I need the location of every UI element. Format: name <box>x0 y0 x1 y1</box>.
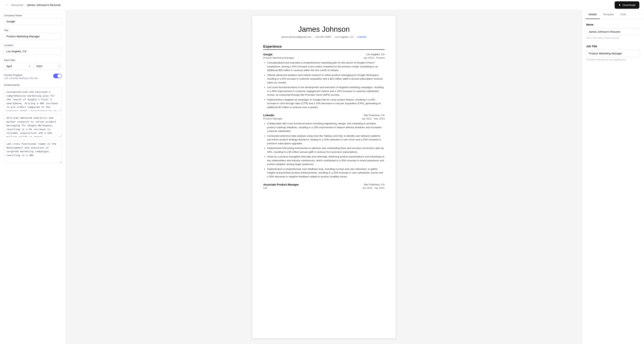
current-program-toggle[interactable] <box>53 74 62 78</box>
job-location-linkedin: San Francisco, CA <box>364 114 385 117</box>
right-tabs: Details Template Chat <box>582 10 644 19</box>
job-title-linkedin: Product Manager <box>263 117 282 120</box>
right-panel: Details Template Chat Name This is the n… <box>582 10 644 344</box>
list-item: Conducted extensive data analysis using … <box>267 134 385 145</box>
current-program-sub: I am currently working in this role. <box>4 77 38 80</box>
job-title-row-linkedin: Product Manager Apr 2021 - Mar 2023 <box>263 117 385 120</box>
breadcrumb-current: James Johnson's Resume <box>27 3 60 7</box>
details-job-title-label: Job Title <box>586 45 640 48</box>
job-dates-google: Apr 2023 - Present <box>364 56 385 59</box>
details-name-label: Name <box>586 23 640 26</box>
current-program-row: Current Program I am currently working i… <box>4 74 62 80</box>
contact-location: Los Angeles, CA <box>335 36 353 38</box>
details-name-section: Name This is the name of your resume. <box>586 23 640 39</box>
job-dates-lyft: Jun 2020 - Apr 2021 <box>362 187 385 190</box>
details-name-hint: This is the name of your resume. <box>586 37 640 39</box>
company-name-label: Company Name <box>4 14 62 17</box>
download-label: Download <box>622 3 636 7</box>
location-label: Location <box>4 44 62 47</box>
list-item: Utilized advanced analytics and market r… <box>267 73 385 85</box>
details-job-title-section: Job Title The title of the job you are a… <box>586 45 640 61</box>
job-bullets-linkedin: Collaborated with cross-functional teams… <box>263 122 385 179</box>
breadcrumb-separator: › <box>24 3 26 7</box>
contact-sep-3: | <box>355 36 356 38</box>
details-job-title-hint: The title of the job you are applying fo… <box>586 58 640 61</box>
tab-details[interactable]: Details <box>586 10 600 19</box>
start-date-label: Start Date <box>4 59 62 62</box>
download-button[interactable]: ⬇ Download <box>614 1 639 9</box>
month-select[interactable]: April <box>4 63 32 70</box>
job-company-google: Google <box>263 53 272 56</box>
breadcrumb-parent[interactable]: Resumes <box>11 3 24 7</box>
achievement-textarea-1[interactable]: Conceptualized and executed a comprehens… <box>4 88 62 111</box>
job-header-google: Google Los Angeles, CA <box>263 53 385 56</box>
contact-sep-2: | <box>332 36 333 38</box>
header: ← Resumes › James Johnson's Resume ⬇ Dow… <box>0 0 644 10</box>
list-item: Implemented a targeted ad campaign on Go… <box>267 98 385 109</box>
job-entry-linkedin: LinkedIn San Francisco, CA Product Manag… <box>263 114 385 179</box>
resume-name: James Johnson <box>263 25 385 34</box>
title-input[interactable] <box>4 33 62 40</box>
list-item: Implemented A/B testing frameworks to op… <box>267 146 385 154</box>
job-header-lyft: Associate Product Manager San Francisco,… <box>263 183 385 186</box>
contact-linkedin[interactable]: LinkedIn <box>357 36 366 38</box>
job-location-google: Los Angeles, CA <box>366 53 385 56</box>
list-item: Collaborated with cross-functional teams… <box>267 122 385 133</box>
contact-phone: 213-457-6394 <box>315 36 331 38</box>
center-panel: James Johnson james.johnson@gmail.com | … <box>66 10 582 344</box>
back-button[interactable]: ← <box>5 2 10 8</box>
breadcrumb: Resumes › James Johnson's Resume <box>11 3 61 7</box>
current-program-info: Current Program I am currently working i… <box>4 74 38 80</box>
start-date-group: Start Date April ▾ 2023 ▾ <box>4 59 62 70</box>
list-item: Conceptualized and executed a comprehens… <box>267 61 385 72</box>
job-title-lyft: Lyft <box>263 187 267 190</box>
right-content: Name This is the name of your resume. Jo… <box>582 19 644 344</box>
job-bullets-google: Conceptualized and executed a comprehens… <box>263 61 385 109</box>
resume-contact: james.johnson@gmail.com | 213-457-6394 |… <box>263 36 385 38</box>
location-input[interactable] <box>4 48 62 55</box>
resume-paper: James Johnson james.johnson@gmail.com | … <box>252 16 396 338</box>
location-group: Location <box>4 44 62 55</box>
month-select-wrap: April ▾ <box>4 63 32 70</box>
tab-chat[interactable]: Chat <box>617 10 629 19</box>
job-title-row-lyft: Lyft Jun 2020 - Apr 2021 <box>263 187 385 190</box>
job-entry-lyft: Associate Product Manager San Francisco,… <box>263 183 385 190</box>
achievements-group: Achievements Conceptualized and executed… <box>4 83 62 166</box>
job-entry-google: Google Los Angeles, CA Product Marketing… <box>263 53 385 109</box>
job-title-row-google: Product Marketing Manager Apr 2023 - Pre… <box>263 56 385 59</box>
job-header-linkedin: LinkedIn San Francisco, CA <box>263 114 385 117</box>
tab-template[interactable]: Template <box>600 10 617 19</box>
list-item: Acted as a product evangelist internally… <box>267 155 385 166</box>
left-panel: Company Name Title Location Start Date A… <box>0 10 66 344</box>
details-job-title-input[interactable] <box>586 50 640 57</box>
company-name-group: Company Name <box>4 14 62 25</box>
header-left: ← Resumes › James Johnson's Resume <box>5 2 61 8</box>
toggle-slider <box>53 74 62 78</box>
title-label: Title <box>4 29 62 32</box>
title-group: Title <box>4 29 62 40</box>
current-program-group: Current Program I am currently working i… <box>4 74 62 80</box>
job-company-lyft: Associate Product Manager <box>263 183 299 186</box>
list-item: Led cross-functional teams in the develo… <box>267 85 385 97</box>
achievement-textarea-2[interactable]: Utilized advanced analytics and market r… <box>4 114 62 137</box>
contact-email: james.johnson@gmail.com <box>282 36 312 38</box>
year-select[interactable]: 2023 <box>34 63 62 70</box>
main-layout: Company Name Title Location Start Date A… <box>0 10 644 344</box>
job-location-lyft: San Francisco, CA <box>364 183 385 186</box>
job-title-google: Product Marketing Manager <box>263 56 294 59</box>
list-item: Implemented a comprehensive user feedbac… <box>267 167 385 179</box>
experience-section-title: Experience <box>263 45 385 50</box>
date-row: April ▾ 2023 ▾ <box>4 63 62 70</box>
current-program-label: Current Program <box>4 74 38 77</box>
year-select-wrap: 2023 ▾ <box>34 63 62 70</box>
achievements-label: Achievements <box>4 83 62 86</box>
contact-sep-1: | <box>313 36 314 38</box>
download-icon: ⬇ <box>618 3 621 7</box>
achievement-textarea-3[interactable]: Led cross-functional teams in the develo… <box>4 140 62 163</box>
job-dates-linkedin: Apr 2021 - Mar 2023 <box>362 117 385 120</box>
job-company-linkedin: LinkedIn <box>263 114 274 117</box>
details-name-input[interactable] <box>586 28 640 36</box>
company-name-input[interactable] <box>4 18 62 25</box>
